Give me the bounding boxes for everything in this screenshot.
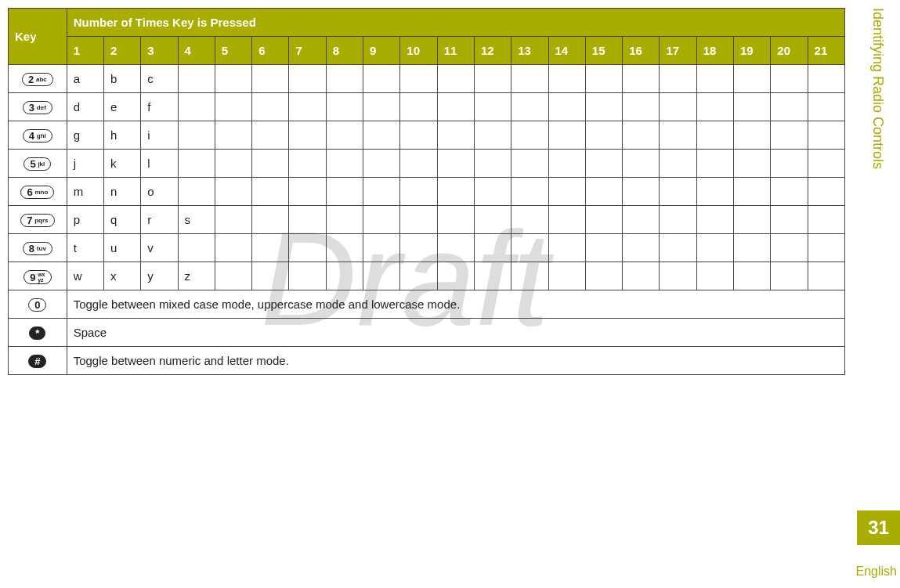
keycap-icon: 2 abc (22, 73, 53, 86)
letter-cell (548, 121, 585, 150)
letter-cell (771, 206, 808, 234)
letter-cell (437, 178, 474, 206)
letter-cell (474, 262, 511, 290)
letter-cell (215, 65, 251, 93)
table-row: 4 ghighi (9, 121, 845, 150)
letter-cell (660, 121, 696, 150)
letter-cell (400, 93, 437, 121)
letter-cell (474, 93, 511, 121)
key-cell: 0 (9, 290, 67, 319)
header-count-21: 21 (808, 37, 844, 65)
letter-cell (771, 121, 808, 150)
key-cell: 9 wxyz (9, 262, 67, 290)
letter-cell (363, 93, 400, 121)
letter-cell (696, 262, 733, 290)
letter-cell (511, 65, 548, 93)
letter-cell (548, 150, 585, 178)
header-count-5: 5 (215, 37, 251, 65)
letter-cell (771, 234, 808, 262)
letter-cell: d (67, 93, 103, 121)
letter-cell (585, 178, 622, 206)
letter-cell (400, 262, 437, 290)
letter-cell (548, 178, 585, 206)
letter-cell (326, 150, 363, 178)
letter-cell (696, 121, 733, 150)
letter-cell (696, 93, 733, 121)
letter-cell (548, 65, 585, 93)
letter-cell (289, 121, 326, 150)
letter-cell: i (141, 121, 178, 150)
header-key: Key (9, 9, 67, 65)
letter-cell: z (178, 262, 215, 290)
letter-cell (252, 262, 289, 290)
table-row: 9 wxyzwxyz (9, 262, 845, 290)
letter-cell (696, 150, 733, 178)
letter-cell (252, 206, 289, 234)
keycap-icon: 5 jkl (23, 157, 51, 171)
table-row: 8 tuvtuv (9, 234, 845, 262)
letter-cell: y (141, 262, 178, 290)
letter-cell: r (141, 206, 178, 234)
letter-cell: f (141, 93, 178, 121)
letter-cell (474, 178, 511, 206)
letter-cell (400, 206, 437, 234)
letter-cell (771, 65, 808, 93)
letter-cell (808, 234, 844, 262)
header-count-14: 14 (548, 37, 585, 65)
letter-cell (660, 234, 696, 262)
letter-cell (585, 262, 622, 290)
letter-cell: o (141, 178, 178, 206)
header-count-17: 17 (660, 37, 696, 65)
letter-cell (363, 121, 400, 150)
letter-cell (660, 178, 696, 206)
key-cell: 8 tuv (9, 234, 67, 262)
letter-cell (660, 206, 696, 234)
keycap-icon: 4 ghi (23, 129, 52, 142)
letter-cell (734, 65, 771, 93)
letter-cell (400, 121, 437, 150)
header-count-8: 8 (326, 37, 363, 65)
letter-cell (511, 206, 548, 234)
keycap-icon: 9 wxyz (23, 270, 51, 284)
letter-cell (363, 262, 400, 290)
key-cell: 4 ghi (9, 121, 67, 150)
letter-cell (548, 262, 585, 290)
letter-cell (178, 178, 215, 206)
letter-cell (585, 93, 622, 121)
letter-cell (437, 121, 474, 150)
letter-cell (585, 206, 622, 234)
letter-cell (289, 150, 326, 178)
letter-cell (400, 150, 437, 178)
letter-cell (808, 150, 844, 178)
key-cell: * (9, 319, 67, 347)
letter-cell (734, 206, 771, 234)
header-count-9: 9 (363, 37, 400, 65)
letter-cell (215, 234, 251, 262)
header-count-4: 4 (178, 37, 215, 65)
letter-cell: b (103, 65, 140, 93)
letter-cell (178, 65, 215, 93)
key-cell: 3 def (9, 93, 67, 121)
header-count-19: 19 (734, 37, 771, 65)
letter-cell (400, 65, 437, 93)
table-row: 2 abcabc (9, 65, 845, 93)
header-count-15: 15 (585, 37, 622, 65)
keycap-icon: # (28, 355, 46, 368)
letter-cell (326, 178, 363, 206)
letter-cell (326, 93, 363, 121)
letter-cell (696, 65, 733, 93)
letter-cell: k (103, 150, 140, 178)
letter-cell (734, 93, 771, 121)
row-description: Toggle between numeric and letter mode. (67, 347, 844, 375)
letter-cell (289, 206, 326, 234)
letter-cell (400, 234, 437, 262)
letter-cell (808, 93, 844, 121)
letter-cell (474, 234, 511, 262)
keypad-table: Key Number of Times Key is Pressed 12345… (8, 8, 845, 375)
letter-cell (808, 121, 844, 150)
letter-cell (252, 65, 289, 93)
letter-cell (660, 93, 696, 121)
header-count-3: 3 (141, 37, 178, 65)
letter-cell (326, 234, 363, 262)
letter-cell (511, 150, 548, 178)
